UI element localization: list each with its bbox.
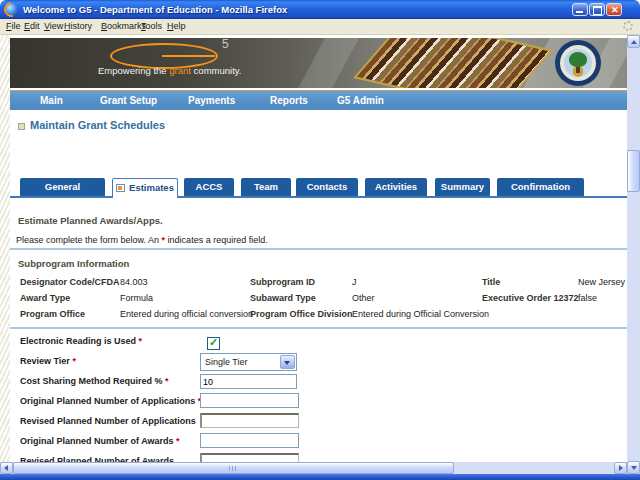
- nav-g5-admin[interactable]: G5 Admin: [337, 95, 384, 106]
- section-title: Estimate Planned Awards/Apps.: [18, 215, 163, 226]
- tab-activities[interactable]: Activities: [365, 178, 427, 196]
- menu-view[interactable]: View: [44, 21, 63, 31]
- nav-payments[interactable]: Payments: [188, 95, 235, 106]
- field-label: Subprogram ID: [250, 277, 315, 287]
- field-value: false: [578, 293, 597, 303]
- vertical-scrollbar[interactable]: [627, 35, 640, 474]
- main-nav: Main Grant Setup Payments Reports G5 Adm…: [10, 90, 627, 110]
- field-label: Title: [482, 277, 500, 287]
- tab-team[interactable]: Team: [241, 178, 291, 196]
- field-label: Award Type: [20, 293, 70, 303]
- active-tab-icon: [116, 184, 125, 192]
- tab-general[interactable]: General: [20, 178, 105, 196]
- divider: [10, 327, 627, 329]
- form-label: Cost Sharing Method Required % *: [20, 376, 169, 386]
- field-label: Program Office Division: [250, 309, 353, 319]
- tab-contacts[interactable]: Contacts: [296, 178, 358, 196]
- divider: [10, 248, 627, 250]
- menu-history[interactable]: History: [64, 21, 92, 31]
- g5-logo-bar: [162, 55, 215, 57]
- title-bar[interactable]: Welcome to G5 - Department of Education …: [0, 0, 640, 19]
- scroll-right-button[interactable]: [614, 462, 627, 474]
- field-value: New Jersey S: [578, 277, 627, 287]
- banner-streak: [289, 38, 366, 88]
- revised-applications-input[interactable]: [200, 413, 299, 428]
- window-border: [0, 474, 640, 480]
- maximize-button[interactable]: [589, 3, 605, 16]
- cost-sharing-input[interactable]: [200, 374, 297, 389]
- menu-bookmarks[interactable]: Bookmarks: [101, 21, 146, 31]
- form-label: Revised Planned Number of Applications: [20, 416, 196, 426]
- vertical-scrollbar-thumb[interactable]: [627, 150, 640, 192]
- field-label: Designator Code/CFDA: [20, 277, 120, 287]
- minimize-button[interactable]: [572, 3, 588, 16]
- scroll-up-button[interactable]: [627, 35, 640, 48]
- field-label: Executive Order 12372: [482, 293, 579, 303]
- field-value: Formula: [120, 293, 153, 303]
- bookshelf-image: [353, 38, 553, 88]
- banner-tagline: Empowering the grant community.: [98, 65, 241, 76]
- subprogram-heading: Subprogram Information: [18, 258, 129, 269]
- nav-reports[interactable]: Reports: [270, 95, 308, 106]
- page-title: Maintain Grant Schedules: [30, 119, 165, 131]
- banner: 5 Empowering the grant community.: [10, 38, 627, 88]
- field-value: Other: [352, 293, 375, 303]
- field-value: Entered during official conversion: [120, 309, 253, 319]
- menu-file[interactable]: File: [6, 21, 21, 31]
- close-button[interactable]: [606, 3, 622, 16]
- tab-estimates[interactable]: Estimates: [112, 178, 178, 198]
- education-seal-icon: [555, 40, 601, 86]
- instruction-text: Please complete the form below. An * ind…: [16, 235, 268, 245]
- bullet-icon: [18, 123, 25, 130]
- tab-confirmation[interactable]: Confirmation: [497, 178, 584, 196]
- browser-window: Welcome to G5 - Department of Education …: [0, 0, 640, 480]
- field-value: 84.003: [120, 277, 148, 287]
- original-awards-input[interactable]: [200, 433, 299, 448]
- menu-bar: File Edit View History Bookmarks Tools H…: [0, 19, 640, 35]
- form-label: Original Planned Number of Applications …: [20, 396, 201, 406]
- tab-summary[interactable]: Summary: [435, 178, 490, 196]
- field-label: Subaward Type: [250, 293, 316, 303]
- review-tier-select[interactable]: Single Tier: [200, 353, 297, 371]
- scroll-left-button[interactable]: [0, 462, 13, 474]
- page-margin-decoration: [0, 35, 10, 462]
- field-label: Program Office: [20, 309, 85, 319]
- tab-accs[interactable]: ACCS: [184, 178, 234, 196]
- g5-logo-five: 5: [222, 38, 229, 51]
- menu-edit[interactable]: Edit: [24, 21, 40, 31]
- nav-grant-setup[interactable]: Grant Setup: [100, 95, 157, 106]
- scroll-down-button[interactable]: [627, 461, 640, 474]
- chevron-down-icon[interactable]: [280, 355, 295, 369]
- tab-underline: [10, 196, 627, 198]
- menu-help[interactable]: Help: [167, 21, 186, 31]
- form-label: Review Tier *: [20, 356, 76, 366]
- field-value: Entered during Official Conversion: [352, 309, 489, 319]
- form-label: Original Planned Number of Awards *: [20, 436, 180, 446]
- horizontal-scrollbar[interactable]: [0, 462, 627, 474]
- horizontal-scrollbar-thumb[interactable]: [13, 462, 454, 474]
- throbber-icon: [623, 21, 633, 31]
- firefox-icon: [5, 3, 18, 16]
- form-label: Electronic Reading is Used *: [20, 336, 142, 346]
- menu-tools[interactable]: Tools: [141, 21, 162, 31]
- window-title: Welcome to G5 - Department of Education …: [23, 4, 287, 15]
- nav-main[interactable]: Main: [40, 95, 63, 106]
- electronic-reading-checkbox[interactable]: [207, 337, 220, 350]
- field-value: J: [352, 277, 357, 287]
- original-applications-input[interactable]: [200, 393, 299, 408]
